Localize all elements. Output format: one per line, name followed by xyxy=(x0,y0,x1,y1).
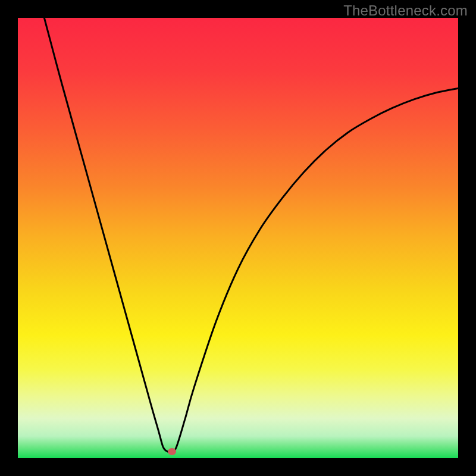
plot-area xyxy=(18,18,458,458)
gradient-background xyxy=(18,18,458,458)
watermark-text: TheBottleneck.com xyxy=(343,2,468,19)
chart-frame: TheBottleneck.com xyxy=(0,0,476,476)
optimal-point-marker xyxy=(168,448,176,455)
chart-svg xyxy=(18,18,458,458)
